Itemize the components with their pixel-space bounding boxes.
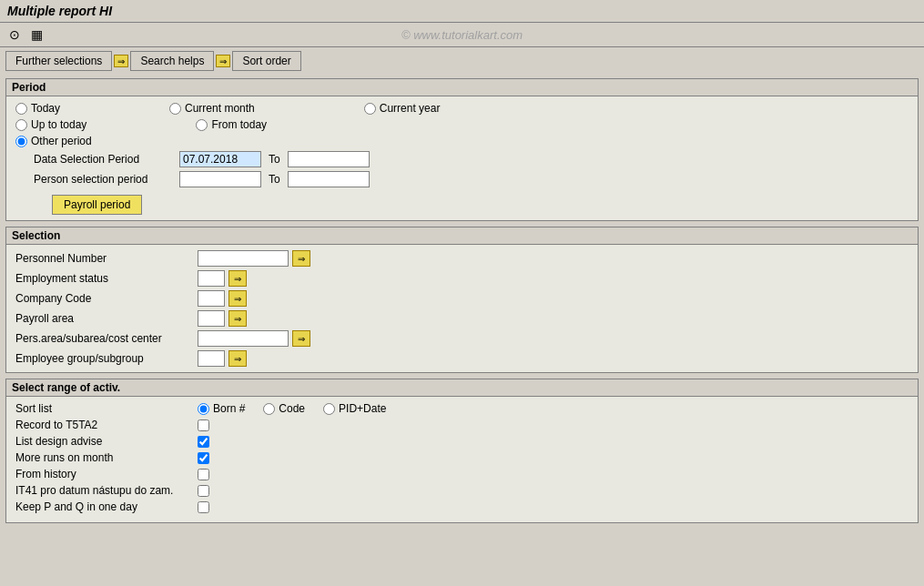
grid-icon[interactable]: ▦	[27, 25, 46, 44]
tab-arrow-2: ⇒	[216, 55, 230, 67]
more-runs-row: More runs on month	[15, 451, 909, 464]
period-title: Period	[6, 79, 918, 96]
from-history-row: From history	[15, 468, 909, 480]
today-radio[interactable]	[15, 103, 27, 115]
sort-radios: Born # Code PID+Date	[198, 402, 386, 415]
table-row: Employee group/subgroup ⇒	[15, 350, 909, 367]
data-selection-row: Data Selection Period To	[15, 151, 909, 167]
clock-icon[interactable]: ⊙	[5, 25, 24, 44]
payroll-period-button[interactable]: Payroll period	[52, 195, 142, 215]
other-period-radio-label[interactable]: Other period	[15, 135, 92, 147]
tab-arrow-1: ⇒	[114, 55, 128, 67]
main-content: Period Today Current month Current year	[0, 75, 924, 527]
up-to-today-radio-label[interactable]: Up to today	[15, 118, 86, 131]
employment-status-input[interactable]	[198, 270, 225, 287]
payroll-area-input[interactable]	[198, 310, 225, 327]
table-row: Personnel Number ⇒	[15, 250, 909, 267]
company-code-arrow[interactable]: ⇒	[228, 290, 247, 307]
person-selection-label: Person selection period	[34, 173, 179, 186]
from-today-radio[interactable]	[196, 119, 208, 131]
watermark: © www.tutorialkart.com	[401, 28, 523, 42]
to-label-2: To	[269, 173, 280, 186]
table-row: Payroll area ⇒	[15, 310, 909, 327]
tab-bar: Further selections ⇒ Search helps ⇒ Sort…	[0, 47, 924, 75]
pers-area-arrow[interactable]: ⇒	[292, 330, 310, 347]
current-year-radio-label[interactable]: Current year	[364, 102, 441, 115]
born-radio-label[interactable]: Born #	[198, 402, 245, 415]
table-row: Company Code ⇒	[15, 290, 909, 307]
data-selection-label: Data Selection Period	[34, 153, 179, 166]
selection-section: Selection Personnel Number ⇒ Employment …	[5, 227, 919, 373]
up-to-today-radio[interactable]	[15, 119, 27, 131]
keep-pq-checkbox[interactable]	[198, 501, 209, 513]
list-design-row: List design advise	[15, 435, 909, 448]
title-bar: Multiple report HI	[0, 0, 924, 23]
employee-group-arrow[interactable]: ⇒	[228, 350, 247, 367]
other-period-radio[interactable]	[15, 136, 27, 147]
company-code-input[interactable]	[198, 290, 225, 307]
personnel-number-arrow[interactable]: ⇒	[292, 250, 310, 267]
pid-date-radio-label[interactable]: PID+Date	[323, 402, 386, 415]
period-row-1: Today Current month Current year	[15, 102, 909, 115]
current-month-radio-label[interactable]: Current month	[169, 102, 255, 115]
record-t5ta2-row: Record to T5TA2	[15, 419, 909, 431]
list-design-checkbox[interactable]	[198, 436, 209, 448]
pers-area-input[interactable]	[198, 330, 289, 347]
person-selection-to-input[interactable]	[288, 171, 370, 187]
selection-grid: Personnel Number ⇒ Employment status ⇒ C…	[6, 245, 918, 372]
payroll-area-arrow[interactable]: ⇒	[228, 310, 247, 327]
personnel-number-input[interactable]	[198, 250, 289, 267]
more-runs-checkbox[interactable]	[198, 452, 209, 464]
data-selection-from-input[interactable]	[179, 151, 261, 167]
today-radio-label[interactable]: Today	[15, 102, 60, 115]
current-month-radio[interactable]	[169, 103, 181, 115]
selection-title: Selection	[6, 227, 918, 245]
sort-order-tab[interactable]: Sort order	[232, 51, 300, 71]
period-content: Today Current month Current year Up to t…	[6, 96, 918, 220]
data-selection-to-input[interactable]	[288, 151, 370, 167]
to-label-1: To	[269, 153, 280, 166]
from-today-radio-label[interactable]: From today	[196, 118, 267, 131]
page-title: Multiple report HI	[7, 4, 112, 18]
person-selection-row: Person selection period To	[15, 171, 909, 187]
period-row-2: Up to today From today	[15, 118, 909, 131]
code-radio-label[interactable]: Code	[263, 402, 305, 415]
toolbar: ⊙ ▦ © www.tutorialkart.com	[0, 23, 924, 47]
activ-content: Sort list Born # Code PID+Date	[6, 397, 918, 522]
code-radio[interactable]	[263, 403, 275, 415]
it41-checkbox[interactable]	[198, 485, 209, 497]
keep-pq-row: Keep P and Q in one day	[15, 500, 909, 513]
period-section: Period Today Current month Current year	[5, 78, 919, 221]
pid-date-radio[interactable]	[323, 403, 335, 415]
employment-status-arrow[interactable]: ⇒	[228, 270, 247, 287]
sort-list-row: Sort list Born # Code PID+Date	[15, 402, 909, 415]
current-year-radio[interactable]	[364, 103, 376, 115]
table-row: Employment status ⇒	[15, 270, 909, 287]
further-selections-tab[interactable]: Further selections	[5, 51, 112, 71]
activ-title: Select range of activ.	[6, 379, 918, 397]
from-history-checkbox[interactable]	[198, 469, 209, 480]
activ-section: Select range of activ. Sort list Born # …	[5, 379, 919, 523]
record-t5ta2-checkbox[interactable]	[198, 419, 209, 431]
person-selection-from-input[interactable]	[179, 171, 261, 187]
period-row-3: Other period	[15, 135, 909, 147]
it41-row: IT41 pro datum nástupu do zam.	[15, 484, 909, 497]
sort-list-label: Sort list	[15, 402, 198, 415]
born-radio[interactable]	[198, 403, 209, 415]
employee-group-input[interactable]	[198, 350, 225, 367]
search-helps-tab[interactable]: Search helps	[130, 51, 214, 71]
table-row: Pers.area/subarea/cost center ⇒	[15, 330, 909, 347]
